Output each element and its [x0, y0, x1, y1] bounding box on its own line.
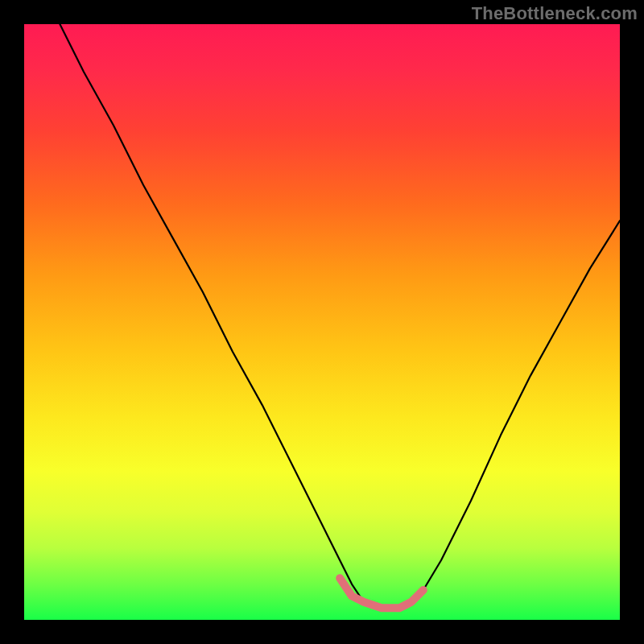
pink-valley-path	[340, 578, 423, 608]
black-curve-path	[60, 24, 620, 608]
plot-area	[24, 24, 620, 620]
chart-frame: TheBottleneck.com	[0, 0, 644, 644]
chart-svg	[24, 24, 620, 620]
watermark-text: TheBottleneck.com	[472, 3, 638, 24]
